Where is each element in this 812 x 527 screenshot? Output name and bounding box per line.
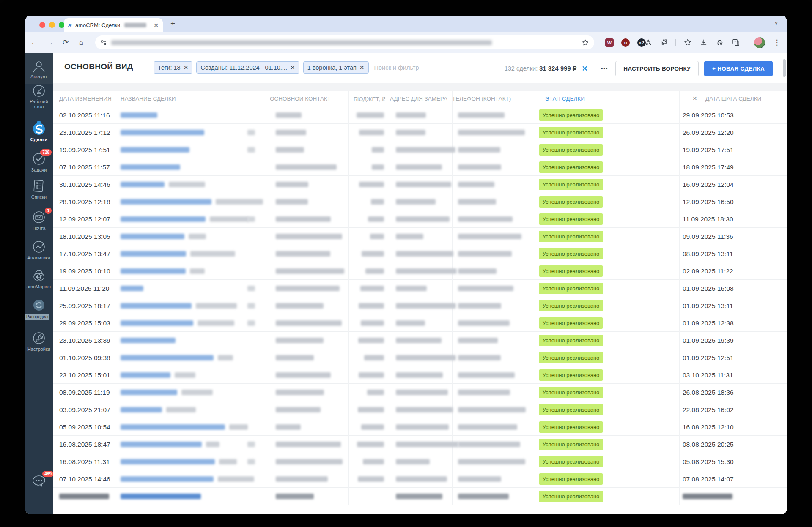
deal-stage-badge[interactable]: Успешно реализовано bbox=[539, 369, 603, 381]
reload-icon[interactable]: ⟳ bbox=[59, 38, 72, 47]
deal-row[interactable]: 16.08.2025 18:47Успешно реализовано08.08… bbox=[53, 436, 787, 453]
filter-chip[interactable]: Созданы: 11.12.2024 - 01.10....✕ bbox=[196, 61, 299, 74]
deal-row[interactable]: 11.09.2025 11:20Успешно реализовано01.09… bbox=[53, 280, 787, 297]
deal-stage-badge[interactable]: Успешно реализовано bbox=[539, 127, 603, 138]
deal-stage-badge[interactable]: Успешно реализовано bbox=[539, 439, 603, 450]
star-extension-icon[interactable] bbox=[683, 38, 692, 46]
deal-stage-badge[interactable]: Успешно реализовано bbox=[539, 179, 603, 190]
deal-row[interactable]: 30.10.2025 14:46Успешно реализовано16.09… bbox=[53, 176, 787, 193]
column-header-8[interactable]: ДАТА ШАГА СДЕЛКИ bbox=[705, 96, 769, 102]
deal-row[interactable]: 01.10.2025 09:38Успешно реализовано01.09… bbox=[53, 349, 787, 366]
sidebar-item-lists[interactable]: Списки bbox=[25, 179, 53, 199]
tab-close-icon[interactable]: ✕ bbox=[154, 22, 159, 29]
deal-stage-badge[interactable]: Успешно реализовано bbox=[539, 421, 603, 433]
sidebar-item-settings[interactable]: Настройки bbox=[25, 331, 53, 352]
view-title[interactable]: ОСНОВНОЙ ВИД bbox=[64, 62, 133, 71]
deal-stage-badge[interactable]: Успешно реализовано bbox=[539, 213, 603, 225]
clear-stage-filter-icon[interactable]: ✕ bbox=[692, 95, 697, 102]
deal-stage-badge[interactable]: Успешно реализовано bbox=[539, 473, 603, 485]
deal-row[interactable]: 05.09.2025 10:54Успешно реализовано16.08… bbox=[53, 418, 787, 436]
back-icon[interactable]: ← bbox=[28, 38, 41, 47]
deal-stage-badge[interactable]: Успешно реализовано bbox=[539, 404, 603, 415]
home-icon[interactable]: ⌂ bbox=[75, 38, 88, 47]
deal-row[interactable]: 08.09.2025 11:19Успешно реализовано26.08… bbox=[53, 384, 787, 401]
sidebar-item-distribution[interactable]: Распределение bbox=[25, 298, 53, 320]
column-header-5[interactable]: АДРЕС ДЛЯ ЗАМЕРА bbox=[390, 96, 447, 102]
deal-row[interactable]: 28.10.2025 12:18Успешно реализовано12.09… bbox=[53, 193, 787, 210]
more-actions-button[interactable]: ••• bbox=[601, 66, 608, 72]
deal-row-partial[interactable]: Успешно реализовано bbox=[53, 488, 787, 505]
deal-stage-badge[interactable]: Успешно реализовано bbox=[539, 283, 603, 294]
extensions-puzzle-icon[interactable] bbox=[660, 38, 669, 46]
u-extension-icon[interactable]: u bbox=[621, 38, 630, 47]
sidebar-item-dashboard[interactable]: Рабочий стол bbox=[25, 84, 53, 109]
new-deal-button[interactable]: + НОВАЯ СДЕЛКА bbox=[704, 61, 773, 76]
column-header-6[interactable]: ТЕЛЕФОН (КОНТАКТ) bbox=[452, 96, 528, 102]
filter-chip[interactable]: 1 воронка, 1 этап✕ bbox=[303, 61, 369, 74]
deal-stage-badge[interactable]: Успешно реализовано bbox=[539, 231, 603, 242]
sidebar-item-deals[interactable]: Сделки bbox=[25, 120, 53, 142]
deal-row[interactable]: 07.10.2025 14:46Успешно реализовано07.08… bbox=[53, 470, 787, 488]
deal-row[interactable]: 02.10.2025 11:16Успешно реализовано29.09… bbox=[53, 106, 787, 124]
chip-close-icon[interactable]: ✕ bbox=[290, 64, 295, 71]
deal-stage-badge[interactable]: Успешно реализовано bbox=[539, 456, 603, 467]
browser-menu-icon[interactable]: ⋮ bbox=[773, 38, 781, 47]
tabstrip-chevron-icon[interactable]: ˅ bbox=[775, 21, 778, 27]
deal-stage-badge[interactable]: Успешно реализовано bbox=[539, 196, 603, 208]
deal-stage-badge[interactable]: Успешно реализовано bbox=[539, 265, 603, 277]
scrollbar-thumb[interactable] bbox=[783, 59, 786, 77]
sidebar-item-tasks[interactable]: 728Задачи bbox=[25, 152, 53, 172]
deal-row[interactable]: 18.10.2025 13:05Успешно реализовано09.09… bbox=[53, 228, 787, 245]
incognito-icon[interactable] bbox=[716, 38, 724, 46]
deal-row[interactable]: 23.10.2025 15:01Успешно реализовано03.10… bbox=[53, 366, 787, 384]
deal-row[interactable]: 16.08.2025 11:31Успешно реализовано05.08… bbox=[53, 453, 787, 470]
deal-stage-badge[interactable]: Успешно реализовано bbox=[539, 335, 603, 346]
deal-stage-badge[interactable]: Успешно реализовано bbox=[539, 300, 603, 311]
deal-row[interactable]: 29.09.2025 15:03Успешно реализовано01.09… bbox=[53, 314, 787, 332]
deal-row[interactable]: 25.09.2025 18:17Успешно реализовано01.09… bbox=[53, 297, 787, 314]
deal-row[interactable]: 07.10.2025 11:57Успешно реализовано18.09… bbox=[53, 158, 787, 176]
w-extension-icon[interactable]: W bbox=[605, 38, 614, 47]
new-tab-button[interactable]: + bbox=[170, 19, 175, 28]
column-header-7[interactable]: ЭТАП СДЕЛКИ bbox=[545, 96, 592, 102]
sidebar-item-market[interactable]: amoМаркет bbox=[25, 268, 53, 289]
chip-close-icon[interactable]: ✕ bbox=[359, 64, 365, 71]
downloads-icon[interactable] bbox=[700, 38, 708, 46]
sidebar-item-mail[interactable]: 1Почта bbox=[25, 210, 53, 231]
bookmark-star-icon[interactable] bbox=[582, 39, 589, 46]
setup-pipeline-button[interactable]: НАСТРОИТЬ ВОРОНКУ bbox=[615, 61, 699, 76]
sidebar-item-user[interactable]: Аккаунт bbox=[25, 60, 53, 79]
search-filter-placeholder[interactable]: Поиск и фильтр bbox=[374, 64, 419, 71]
recycle-extension-icon[interactable] bbox=[644, 38, 653, 46]
column-header-4[interactable]: БЮДЖЕТ, ₽ bbox=[354, 96, 387, 102]
deal-row[interactable]: 23.10.2025 17:12Успешно реализовано26.09… bbox=[53, 124, 787, 141]
deal-row[interactable]: 17.10.2025 13:47Успешно реализовано08.09… bbox=[53, 245, 787, 262]
deal-stage-badge[interactable]: Успешно реализовано bbox=[539, 387, 603, 398]
deal-row[interactable]: 19.09.2025 10:10Успешно реализовано02.09… bbox=[53, 262, 787, 280]
translate-icon[interactable] bbox=[732, 38, 740, 46]
filter-chip[interactable]: Теги: 18✕ bbox=[154, 61, 192, 74]
deal-stage-badge[interactable]: Успешно реализовано bbox=[539, 144, 603, 156]
sidebar-item-support-chat[interactable]: 489 bbox=[25, 474, 53, 489]
chip-close-icon[interactable]: ✕ bbox=[184, 64, 189, 71]
deal-row[interactable]: 12.09.2025 12:07Успешно реализовано11.09… bbox=[53, 210, 787, 228]
deal-stage-badge[interactable]: Успешно реализовано bbox=[539, 248, 603, 259]
column-header-1[interactable]: ДАТА ИЗМЕНЕНИЯ bbox=[59, 96, 118, 102]
deal-stage-badge[interactable]: Успешно реализовано bbox=[539, 109, 603, 121]
sidebar-item-analytics[interactable]: Аналитика bbox=[25, 240, 53, 260]
forward-icon[interactable]: → bbox=[44, 38, 56, 47]
tune-icon[interactable] bbox=[100, 39, 107, 46]
deal-row[interactable]: 23.10.2025 13:39Успешно реализовано01.09… bbox=[53, 332, 787, 349]
macos-close-button[interactable] bbox=[39, 22, 45, 28]
deal-stage-badge[interactable]: Успешно реализовано bbox=[539, 161, 603, 173]
macos-minimize-button[interactable] bbox=[49, 22, 55, 28]
deal-stage-badge[interactable]: Успешно реализовано bbox=[539, 352, 603, 363]
clear-filters-icon[interactable]: ✕ bbox=[582, 64, 587, 73]
deal-stage-badge[interactable]: Успешно реализовано bbox=[539, 491, 603, 502]
browser-tab[interactable]: a amoCRM: Сделки, ✕ bbox=[64, 18, 163, 32]
deal-row[interactable]: 19.09.2025 17:51Успешно реализовано19.09… bbox=[53, 141, 787, 158]
url-bar[interactable] bbox=[95, 35, 594, 49]
profile-avatar[interactable] bbox=[754, 37, 765, 48]
deal-stage-badge[interactable]: Успешно реализовано bbox=[539, 317, 603, 329]
column-header-3[interactable]: ОСНОВНОЙ КОНТАКТ bbox=[270, 96, 342, 102]
